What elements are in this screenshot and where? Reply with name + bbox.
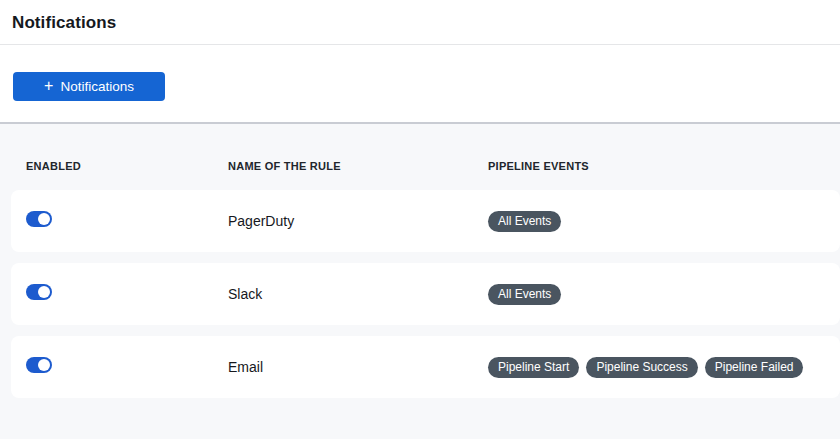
pipeline-events-cell: All Events xyxy=(488,211,840,232)
toggle-knob xyxy=(38,213,50,225)
toolbar: + Notifications xyxy=(0,45,840,122)
enabled-toggle[interactable] xyxy=(26,211,52,227)
pipeline-event-badge: Pipeline Success xyxy=(586,357,697,378)
pipeline-event-badge: All Events xyxy=(488,284,561,305)
enabled-toggle[interactable] xyxy=(26,357,52,373)
table-row: Slack All Events xyxy=(11,263,840,325)
add-notifications-button-label: Notifications xyxy=(60,79,134,94)
rule-name: Slack xyxy=(228,286,488,302)
enabled-cell xyxy=(26,357,228,377)
table-row: PagerDuty All Events xyxy=(11,190,840,252)
enabled-cell xyxy=(26,284,228,304)
column-header-events: PIPELINE EVENTS xyxy=(488,160,840,172)
title-bar: Notifications xyxy=(0,0,840,45)
plus-icon: + xyxy=(44,78,53,94)
enabled-toggle[interactable] xyxy=(26,284,52,300)
notifications-table: ENABLED NAME OF THE RULE PIPELINE EVENTS… xyxy=(0,122,840,439)
add-notifications-button[interactable]: + Notifications xyxy=(13,72,165,101)
page-title: Notifications xyxy=(0,0,116,33)
enabled-cell xyxy=(26,211,228,231)
table-row: Email Pipeline StartPipeline SuccessPipe… xyxy=(11,336,840,398)
pipeline-event-badge: Pipeline Start xyxy=(488,357,579,378)
pipeline-events-cell: All Events xyxy=(488,284,840,305)
toggle-knob xyxy=(38,286,50,298)
column-header-name: NAME OF THE RULE xyxy=(228,160,488,172)
column-header-enabled: ENABLED xyxy=(26,160,228,172)
pipeline-event-badge: All Events xyxy=(488,211,561,232)
table-body: PagerDuty All Events Slack All Events Em… xyxy=(0,190,840,398)
pipeline-event-badge: Pipeline Failed xyxy=(705,357,804,378)
toggle-knob xyxy=(38,359,50,371)
table-header-row: ENABLED NAME OF THE RULE PIPELINE EVENTS xyxy=(0,124,840,190)
pipeline-events-cell: Pipeline StartPipeline SuccessPipeline F… xyxy=(488,357,840,378)
rule-name: Email xyxy=(228,359,488,375)
rule-name: PagerDuty xyxy=(228,213,488,229)
